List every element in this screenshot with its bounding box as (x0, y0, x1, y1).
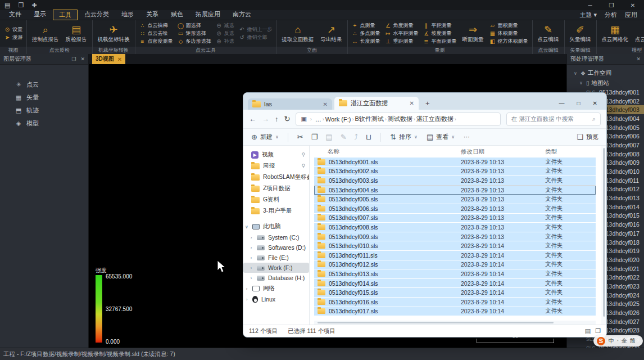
sidebar-item-linux[interactable]: ›Linux (243, 294, 309, 304)
menu-tab[interactable]: 南方云 (227, 10, 257, 20)
file-row[interactable]: 0513dhdcyf011.sls2023-8-29 10:14文件夹 (314, 251, 596, 260)
sidebar-item-drive[interactable]: ›File (E:) (243, 253, 309, 263)
close-button[interactable]: ✕ (593, 100, 597, 106)
ribbon-button[interactable]: ✈机载坐标转换 (96, 24, 132, 43)
breadcrumb-segment[interactable]: Work (F:) (325, 116, 351, 123)
sidebar-item-drive[interactable]: ›Softwares (D:) (243, 242, 309, 253)
column-name[interactable]: 名称 (328, 148, 461, 156)
ribbon-button[interactable]: ∥平距测量 (422, 22, 458, 29)
close-tab-icon[interactable]: ✕ (117, 56, 122, 62)
ribbon-button[interactable]: ➤漫游 (3, 34, 24, 41)
sidebar-item-network[interactable]: ›网络 (243, 283, 309, 294)
ribbon-button[interactable]: ⌕控制点报告 (30, 24, 61, 43)
minimize-button[interactable]: ─ (583, 2, 597, 8)
close-button[interactable]: ✕ (626, 2, 640, 8)
tree-node-workspace[interactable]: ∨ ❖ 工作空间 (572, 68, 644, 78)
layer-item[interactable]: ✳点云 (0, 78, 88, 91)
horizontal-scrollbar[interactable] (314, 321, 596, 325)
file-row[interactable]: 0513dhdcyf003.sls2023-8-29 10:13文件夹 (314, 176, 596, 186)
sidebar-item[interactable]: G资料 (243, 194, 309, 205)
input-method-bar[interactable]: S 中 · 全 简 (593, 335, 643, 346)
ribbon-button[interactable]: ⊖减选 (215, 22, 235, 29)
share-icon[interactable]: ⤴ (355, 133, 359, 141)
ribbon-button[interactable]: ◇多边形选择 (176, 38, 212, 45)
ribbon-button[interactable]: ▤质检报告 (64, 24, 89, 43)
refresh-button[interactable]: ↻ (284, 115, 291, 123)
ribbon-button[interactable]: ⊕补选 (215, 38, 235, 45)
sidebar-item[interactable]: 周报⚲ (243, 160, 309, 172)
breadcrumb-segment[interactable]: … (315, 116, 321, 123)
rename-icon[interactable]: ✎ (341, 133, 347, 141)
file-row[interactable]: 0513dhdcyf014.sls2023-8-29 10:14文件夹 (314, 279, 596, 289)
ribbon-button[interactable]: ◧挖方体积测量 (488, 38, 529, 45)
tab-3d-view[interactable]: 3D视图 ✕ (92, 54, 125, 64)
file-row[interactable]: 0513dhdcyf008.sls2023-8-29 10:13文件夹 (314, 223, 596, 232)
minimize-button[interactable]: — (559, 100, 565, 106)
close-tab-icon[interactable]: ✕ (323, 101, 328, 107)
file-row[interactable]: 0513dhdcyf015.sls2023-8-29 10:14文件夹 (314, 288, 596, 298)
file-row[interactable]: 0513dhdcyf012.sls2023-8-29 10:14文件夹 (314, 260, 596, 270)
file-row[interactable]: 0513dhdcyf009.sls2023-8-29 10:13文件夹 (314, 232, 596, 242)
file-row[interactable]: 0513dhdcyf006.sls2023-8-29 10:13文件夹 (314, 204, 596, 214)
more-button[interactable]: ⋯ (464, 133, 470, 141)
file-row[interactable]: 0513dhdcyf001.sls2023-8-29 10:13文件夹 (314, 158, 596, 167)
menu-tab[interactable]: 显示 (28, 10, 52, 20)
ribbon-button[interactable]: ▦体积测量 (488, 30, 529, 37)
sidebar-item[interactable]: 3-用户手册 (243, 205, 309, 217)
breadcrumb-segment[interactable]: 湛江立面数据 (416, 115, 453, 123)
paste-icon[interactable]: ▤ (325, 133, 332, 141)
ribbon-button[interactable]: ↺撤销全部 (238, 34, 274, 41)
menu-tab[interactable]: 关系 (140, 10, 164, 20)
ribbon-button[interactable]: ◯圆选择 (176, 22, 212, 29)
ribbon-button[interactable]: ≣平面距测量 (422, 38, 458, 45)
breadcrumb-segment[interactable]: 测试数据 (388, 115, 412, 123)
menu-tab[interactable]: 拓展应用 (190, 10, 226, 20)
back-button[interactable]: ← (249, 115, 256, 123)
sidebar-item-this-pc[interactable]: ∨此电脑 (243, 221, 309, 232)
menu-right-item[interactable]: 应用 (625, 11, 637, 19)
layer-item[interactable]: ▦矢量 (0, 91, 88, 104)
ribbon-button[interactable]: ↔长度测量 (351, 38, 382, 45)
file-row[interactable]: 0513dhdcyf004.sls2023-8-29 10:13文件夹 (314, 186, 596, 195)
file-row[interactable]: 0513dhdcyf010.sls2023-8-29 10:14文件夹 (314, 241, 596, 251)
sidebar-item[interactable]: Z项目数据 (243, 183, 309, 194)
sidebar-item-drive[interactable]: ›Database (H:) (243, 273, 309, 283)
large-icons-view-icon[interactable]: ❐ (595, 327, 601, 335)
sidebar-item[interactable]: ▶视频⚲ (243, 149, 309, 160)
delete-icon[interactable]: ⊔ (366, 133, 371, 141)
vertical-scrollbar[interactable] (601, 146, 606, 325)
ribbon-button[interactable]: ∠角度测量 (384, 22, 420, 29)
ribbon-button[interactable]: ↶撤销上一步 (238, 26, 274, 33)
ribbon-button[interactable]: ▭矩形选择 (176, 30, 212, 37)
open-icon[interactable]: ❒ (18, 0, 24, 10)
restore-button[interactable]: ❐ (605, 2, 618, 8)
ribbon-button[interactable]: ⇒断面测量 (460, 24, 486, 43)
layer-item[interactable]: ◈模型 (0, 117, 88, 130)
ribbon-button[interactable]: ✎点云编辑 (536, 24, 561, 43)
close-panel-icon[interactable]: ✕ (636, 56, 641, 62)
sort-button[interactable]: ⇅ 排序 ∨ (390, 133, 418, 141)
explorer-tab-active[interactable]: 湛江立面数据 ✕ (334, 97, 419, 110)
ribbon-button[interactable]: ∴多点测量 (351, 30, 382, 37)
ribbon-button[interactable]: ▦点云网格化 (600, 24, 631, 43)
menu-tab[interactable]: 赋色 (165, 10, 189, 20)
menu-right-item[interactable]: 主题 ▾ (579, 11, 597, 19)
copy-icon[interactable]: ❐ (311, 133, 318, 141)
ribbon-button[interactable]: ✐矢量编辑 (568, 24, 593, 43)
layer-item[interactable]: ⬒轨迹 (0, 104, 88, 117)
file-row[interactable]: 0513dhdcyf002.sls2023-8-29 10:13文件夹 (314, 167, 596, 177)
sidebar-item-drive[interactable]: ›System (C:) (243, 232, 309, 242)
close-tab-icon[interactable]: ✕ (410, 100, 414, 106)
file-row[interactable]: 0513dhdcyf017.sls2023-8-29 10:14文件夹 (314, 307, 596, 317)
tree-node-map-station[interactable]: ∨ ▯ 地图站 (572, 78, 644, 88)
new-button[interactable]: ⊕ 新建 ∨ (251, 133, 279, 141)
float-panel-icon[interactable]: ❐ (71, 56, 76, 62)
breadcrumb-segment[interactable]: B软件测试 (355, 115, 383, 123)
forward-button[interactable]: → (262, 115, 269, 123)
file-row[interactable]: 0513dhdcyf007.sls2023-8-29 10:13文件夹 (314, 214, 596, 223)
menu-right-item[interactable]: 分析 (605, 11, 617, 19)
ribbon-button[interactable]: ↦水平距测量 (384, 30, 420, 37)
details-view-icon[interactable]: ▤ (585, 327, 591, 335)
file-row[interactable]: 0513dhdcyf013.sls2023-8-29 10:14文件夹 (314, 269, 596, 279)
maximize-button[interactable]: □ (577, 100, 580, 106)
